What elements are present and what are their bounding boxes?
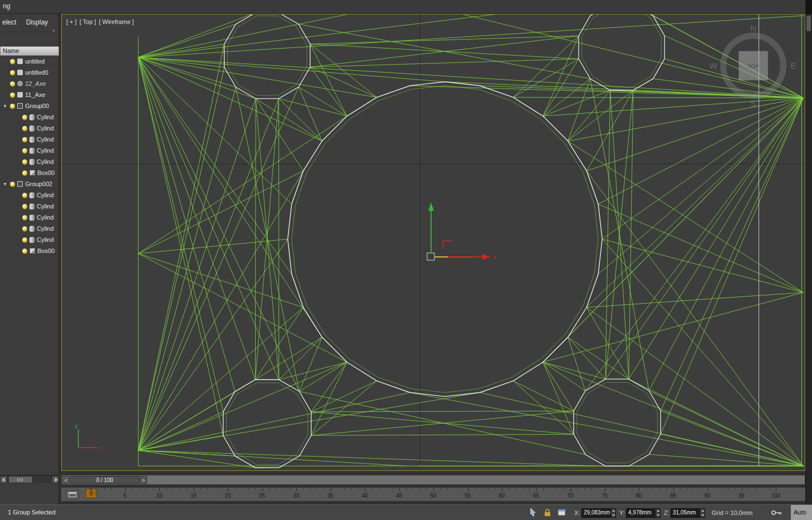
visibility-bulb-icon[interactable] bbox=[10, 81, 15, 86]
tripod-y-label: y bbox=[75, 423, 78, 429]
compass-letter[interactable]: N bbox=[750, 23, 756, 33]
visibility-bulb-icon[interactable] bbox=[10, 59, 15, 64]
explorer-item[interactable]: Cylind bbox=[0, 111, 59, 123]
right-scrollbar[interactable] bbox=[805, 14, 812, 504]
y-coordinate-value: 4,978mm bbox=[628, 509, 652, 516]
explorer-item[interactable]: Cylind bbox=[0, 189, 59, 201]
ruler-tick bbox=[529, 488, 530, 490]
compass-letter[interactable]: W bbox=[710, 61, 718, 70]
expand-arrow-icon[interactable]: ▼ bbox=[3, 182, 10, 187]
visibility-bulb-icon[interactable] bbox=[22, 159, 27, 164]
next-frame-button[interactable]: > bbox=[140, 476, 147, 484]
explorer-item[interactable]: Cylind bbox=[0, 156, 59, 167]
compass-letter[interactable]: S bbox=[751, 99, 756, 108]
visibility-bulb-icon[interactable] bbox=[22, 137, 27, 142]
visibility-bulb-icon[interactable] bbox=[10, 104, 15, 109]
selection-lock-icon[interactable] bbox=[542, 508, 552, 518]
z-spinner-arrows[interactable] bbox=[700, 509, 705, 517]
ruler-tick bbox=[365, 488, 365, 492]
viewport-label: [ + ] [ Top ] [ Wireframe ] bbox=[66, 18, 134, 25]
visibility-bulb-icon[interactable] bbox=[10, 70, 15, 75]
scrollbar-thumb[interactable] bbox=[8, 476, 33, 483]
explorer-item[interactable]: Cylind bbox=[0, 145, 59, 156]
scroll-left-arrow-icon[interactable] bbox=[0, 476, 7, 483]
visibility-bulb-icon[interactable] bbox=[22, 193, 27, 198]
explorer-item[interactable]: untitled0 bbox=[0, 67, 59, 78]
track-bar[interactable]: 0 51015202530354045505560657075808590951… bbox=[61, 487, 805, 502]
previous-frame-button[interactable]: < bbox=[62, 476, 70, 484]
expand-arrow-icon[interactable]: ▼ bbox=[3, 104, 10, 109]
explorer-item[interactable]: Cylind bbox=[0, 223, 59, 234]
visibility-bulb-icon[interactable] bbox=[22, 226, 27, 231]
y-coordinate-input[interactable]: 4,978mm bbox=[626, 508, 661, 518]
explorer-item[interactable]: Cylind bbox=[0, 123, 59, 134]
ruler-tick bbox=[735, 488, 735, 490]
auto-key-button[interactable]: Auto K bbox=[791, 505, 812, 520]
visibility-bulb-icon[interactable] bbox=[22, 249, 27, 254]
scroll-right-arrow-icon[interactable] bbox=[52, 476, 59, 483]
visibility-bulb-icon[interactable] bbox=[22, 204, 27, 209]
ruler-tick bbox=[680, 488, 681, 490]
explorer-item[interactable]: Cylind bbox=[0, 201, 59, 212]
ruler-tick bbox=[125, 488, 126, 492]
visibility-bulb-icon[interactable] bbox=[10, 182, 15, 187]
explorer-item[interactable]: 11_Axe bbox=[0, 89, 59, 100]
explorer-item[interactable]: 12_Axe bbox=[0, 78, 59, 89]
explorer-item[interactable]: Cylind bbox=[0, 134, 59, 145]
x-coordinate-label: X: bbox=[574, 509, 580, 516]
y-axis-arrow-icon[interactable] bbox=[428, 202, 434, 211]
visibility-bulb-icon[interactable] bbox=[22, 115, 27, 120]
x-axis-arrow-icon[interactable] bbox=[482, 254, 491, 260]
column-header-name[interactable]: Name bbox=[0, 46, 59, 56]
view-cube-face-label[interactable]: TOP bbox=[747, 63, 759, 69]
y-spinner-arrows[interactable] bbox=[655, 509, 660, 517]
pointer-icon[interactable] bbox=[528, 508, 538, 518]
visibility-bulb-icon[interactable] bbox=[22, 148, 27, 153]
visibility-bulb-icon[interactable] bbox=[22, 171, 27, 176]
cylinder-icon bbox=[30, 159, 35, 165]
ruler-tick bbox=[762, 488, 762, 490]
viewport-general-menu[interactable]: [ + ] bbox=[66, 18, 77, 25]
ruler-tick bbox=[570, 488, 571, 492]
visibility-bulb-icon[interactable] bbox=[10, 93, 15, 98]
ruler-tick bbox=[440, 488, 441, 490]
ruler-tick bbox=[639, 488, 639, 492]
time-slider[interactable]: < 0 / 100 > bbox=[61, 475, 805, 485]
open-mini-curve-editor-button[interactable] bbox=[66, 490, 79, 499]
explorer-item[interactable]: Box00 bbox=[0, 167, 59, 178]
explorer-item[interactable]: Cylind bbox=[0, 234, 59, 245]
ruler-tick bbox=[659, 488, 660, 490]
set-key-icon[interactable] bbox=[771, 509, 783, 518]
overflow-chevron-icon[interactable]: » bbox=[52, 27, 55, 33]
item-label: Group00 bbox=[25, 103, 49, 109]
cylinder-icon bbox=[30, 237, 35, 243]
explorer-item[interactable]: ▼Group00 bbox=[0, 100, 59, 111]
explorer-menu-display[interactable]: Display bbox=[26, 18, 48, 26]
compass-letter[interactable]: E bbox=[790, 61, 796, 70]
x-coordinate-input[interactable]: 29,083mm bbox=[581, 508, 616, 518]
viewport-pov-menu[interactable]: [ Top ] bbox=[80, 18, 96, 25]
z-coordinate-input[interactable]: 31,05mm bbox=[671, 508, 705, 518]
transform-typein-icon[interactable] bbox=[557, 508, 567, 518]
item-label: 12_Axe bbox=[25, 80, 46, 87]
item-label: Cylind bbox=[37, 236, 54, 243]
explorer-menu-select[interactable]: elect bbox=[2, 18, 16, 26]
explorer-item[interactable]: ▼Group002 bbox=[0, 178, 59, 189]
visibility-bulb-icon[interactable] bbox=[22, 215, 27, 220]
ruler-tick bbox=[666, 488, 667, 490]
menu-item-partial[interactable]: ng bbox=[3, 2, 10, 10]
visibility-bulb-icon[interactable] bbox=[22, 237, 27, 242]
ruler-tick bbox=[673, 488, 674, 492]
explorer-item[interactable]: Box00 bbox=[0, 245, 59, 256]
visibility-bulb-icon[interactable] bbox=[22, 126, 27, 131]
right-scrollbar-thumb[interactable] bbox=[806, 16, 811, 31]
explorer-item[interactable]: untitled bbox=[0, 56, 59, 67]
x-spinner-arrows[interactable] bbox=[610, 509, 615, 517]
viewport-top[interactable]: xxyTOPNESW [ + ] [ Top ] [ Wireframe ] bbox=[61, 14, 805, 471]
ruler-tick bbox=[290, 488, 290, 490]
time-slider-handle[interactable]: 0 / 100 bbox=[70, 476, 139, 484]
explorer-horizontal-scrollbar[interactable] bbox=[0, 475, 59, 483]
viewport-canvas[interactable]: xxyTOPNESW bbox=[62, 14, 805, 470]
explorer-item[interactable]: Cylind bbox=[0, 212, 59, 223]
viewport-shading-menu[interactable]: [ Wireframe ] bbox=[99, 18, 134, 25]
